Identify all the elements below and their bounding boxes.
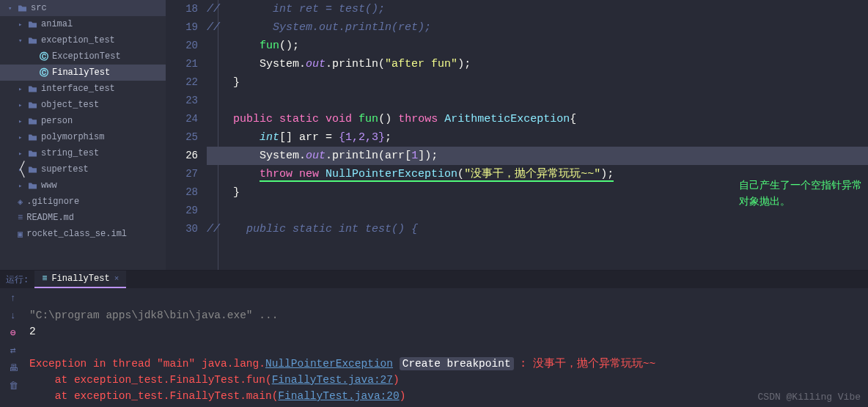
tree-folder-interface-test[interactable]: ▸ interface_test [0, 81, 166, 97]
class-icon: Ⓒ [40, 67, 48, 79]
run-label: 运行: [0, 274, 34, 286]
console-cmd: "C:\program apps\jdk8\bin\java.exe" ... [29, 309, 278, 321]
iml-icon: ▣ [18, 229, 23, 240]
tree-label: polymorphism [41, 132, 104, 142]
tree-label: interface_test [41, 84, 115, 94]
line-gutter: 18 19 20 21 22 23 24 25 26 27 28 29 30 [166, 0, 207, 270]
run-tab-title: FinallyTest [51, 274, 109, 284]
chevron-right-icon: ▸ [18, 21, 26, 29]
print-button[interactable]: 🖶 [5, 362, 21, 375]
folder-icon [28, 133, 37, 142]
exception-message: : 没事干，抛个异常玩玩~~ [514, 358, 656, 370]
project-tree: ▾ src ▸ animal ▾ exception_test Ⓒ Except… [0, 0, 166, 270]
code-line[interactable] [207, 92, 868, 110]
close-icon[interactable]: × [114, 274, 119, 283]
folder-icon [18, 4, 27, 12]
tree-label: www [41, 180, 57, 191]
run-toolbar: ↑ ↓ ⊖ ⇄ 🖶 🗑 [0, 288, 26, 407]
console-error: Exception in thread "main" java.lang.Nul… [29, 358, 393, 370]
tree-label: FinallyTest [52, 67, 110, 78]
code-line-active[interactable]: System.out.println(arr[1]); [207, 147, 868, 165]
tree-folder-exception-test[interactable]: ▾ exception_test [0, 32, 166, 48]
chevron-right-icon: ▸ [18, 150, 26, 158]
tree-label: ExceptionTest [52, 51, 121, 62]
chevron-right-icon: ▸ [18, 182, 26, 190]
run-tab-bar: 运行: ≡ FinallyTest × [0, 271, 868, 288]
tree-label: animal [41, 19, 73, 29]
tree-label: README.md [26, 213, 74, 223]
watermark: CSDN @Killing Vibe [758, 392, 861, 403]
tree-file-readme[interactable]: ≡ README.md [0, 210, 166, 226]
tree-label: supertest [41, 164, 89, 175]
class-icon: Ⓒ [40, 51, 48, 63]
tree-folder-object-test[interactable]: ▸ object_test [0, 97, 166, 113]
create-breakpoint-button[interactable]: Create breakpoint [400, 357, 514, 370]
source-link[interactable]: FinallyTest.java:20 [278, 390, 399, 402]
code-line[interactable]: int[] arr = {1,2,3}; [207, 128, 868, 147]
class-icon: ≡ [42, 274, 47, 284]
code-line[interactable]: // public static int test() { [207, 220, 868, 238]
code-line[interactable]: } [207, 73, 868, 92]
chevron-right-icon: ▸ [18, 101, 26, 109]
tree-file-iml[interactable]: ▣ rocket_class_se.iml [0, 226, 166, 242]
tree-folder-animal[interactable]: ▸ animal [0, 16, 166, 32]
folder-icon [28, 21, 37, 29]
folder-icon [28, 101, 37, 109]
run-tab-active[interactable]: ≡ FinallyTest × [34, 271, 126, 288]
tree-label: string_test [41, 148, 99, 158]
code-line[interactable]: public static void fun() throws Arithmet… [207, 110, 868, 128]
console-output[interactable]: "C:\program apps\jdk8\bin\java.exe" ... … [26, 288, 868, 407]
tree-label: rocket_class_se.iml [26, 229, 127, 239]
soft-wrap-button[interactable]: ⇄ [5, 344, 21, 357]
chevron-down-icon: ▾ [8, 4, 15, 12]
collapse-button[interactable]: ↓ [5, 309, 21, 322]
tree-label: .gitignore [26, 197, 79, 207]
folder-icon [28, 85, 37, 93]
gitignore-icon: ◈ [18, 197, 23, 208]
rerun-button[interactable]: ↑ [5, 291, 21, 304]
source-link[interactable]: FinallyTest.java:27 [272, 374, 393, 386]
folder-icon [28, 150, 37, 158]
tree-folder-src[interactable]: ▾ src [0, 0, 166, 16]
tree-label: exception_test [41, 35, 115, 45]
code-area[interactable]: // int ret = test(); // System.out.print… [207, 0, 868, 270]
tree-label: src [31, 3, 47, 13]
folder-icon [28, 166, 37, 174]
stack-trace-line: at exception_test.FinallyTest.main(Final… [29, 390, 405, 402]
folder-icon [28, 117, 37, 125]
trash-button[interactable]: 🗑 [5, 379, 21, 392]
exception-link[interactable]: NullPointerException [265, 358, 393, 370]
code-line[interactable]: fun(); [207, 37, 868, 55]
inline-annotation: 自己产生了一个空指针异常对象抛出。 [739, 177, 862, 210]
stack-trace-line: at exception_test.FinallyTest.fun(Finall… [29, 374, 400, 386]
code-editor[interactable]: 18 19 20 21 22 23 24 25 26 27 28 29 30 /… [166, 0, 868, 270]
tree-file-finally-test[interactable]: Ⓒ FinallyTest [0, 65, 166, 81]
folder-icon [28, 37, 37, 45]
tree-label: person [41, 116, 73, 126]
chevron-right-icon: ▸ [18, 133, 26, 142]
chevron-right-icon: ▸ [18, 117, 26, 125]
tree-label: object_test [41, 100, 99, 110]
console-line: 2 [29, 326, 36, 337]
tree-folder-polymorphism[interactable]: ▸ polymorphism [0, 129, 166, 145]
chevron-down-icon: ▾ [18, 37, 26, 45]
markdown-icon: ≡ [18, 213, 23, 223]
code-line[interactable]: System.out.println("after fun"); [207, 55, 868, 73]
tree-folder-person[interactable]: ▸ person [0, 113, 166, 129]
chevron-right-icon: ▸ [18, 85, 26, 93]
stop-button[interactable]: ⊖ [5, 326, 21, 340]
back-arrow-icon[interactable]: 〈 [8, 157, 27, 183]
tree-file-gitignore[interactable]: ◈ .gitignore [0, 194, 166, 210]
run-panel: 运行: ≡ FinallyTest × ↑ ↓ ⊖ ⇄ 🖶 🗑 "C:\prog… [0, 270, 868, 407]
folder-icon [28, 182, 37, 190]
tree-file-exception-test[interactable]: Ⓒ ExceptionTest [0, 48, 166, 65]
code-line[interactable]: // System.out.println(ret); [207, 18, 868, 37]
code-line[interactable]: // int ret = test(); [207, 0, 868, 18]
